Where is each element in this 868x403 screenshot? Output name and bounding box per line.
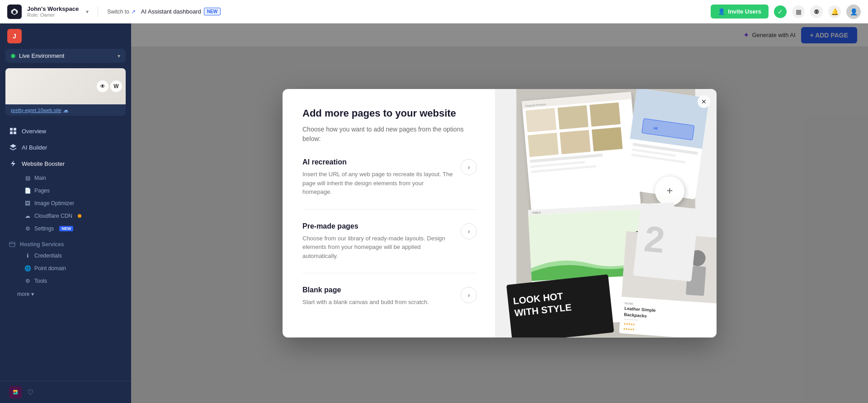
premade-arrow-button[interactable]: › xyxy=(461,223,477,239)
modal-right-panel: ✕ xyxy=(495,89,717,337)
slack-icon[interactable] xyxy=(9,386,22,398)
ai-dashboard-label[interactable]: AI Assistant dashboard NEW xyxy=(141,8,221,15)
info-icon: ℹ xyxy=(24,253,31,259)
add-pages-modal: Add more pages to your website Choose ho… xyxy=(283,89,717,337)
modal-option-blank: Blank page Start with a blank canvas and… xyxy=(302,286,477,319)
blank-page-arrow-button[interactable]: › xyxy=(461,287,477,303)
sidebar-sub-main[interactable]: ▤ Main xyxy=(17,172,131,184)
image-optimizer-label: Image Optimizer xyxy=(34,200,74,206)
sidebar-sub-image-optimizer[interactable]: 🖼 Image Optimizer xyxy=(17,197,131,210)
workspace-chevron-icon[interactable]: ▾ xyxy=(86,9,89,15)
svg-text:MORE: MORE xyxy=(625,302,634,305)
site-url[interactable]: pretty-egret.10web.site ☁ xyxy=(5,104,126,116)
modal-left-panel: Add more pages to your website Choose ho… xyxy=(283,89,495,337)
svg-rect-10 xyxy=(13,393,18,394)
sidebar-user: J xyxy=(0,23,131,49)
hosting-section-header: Hosting Services xyxy=(0,235,131,249)
booster-sub-items: ▤ Main 📄 Pages 🖼 Image Optimizer ☁ Cloud… xyxy=(0,172,131,235)
sidebar-nav: Overview AI Builder Website Booster xyxy=(0,121,131,303)
premade-desc: Choose from our library of ready-made la… xyxy=(302,234,453,261)
edit-icon[interactable]: W xyxy=(110,80,122,92)
user-avatar[interactable]: 👤 xyxy=(846,5,861,19)
switch-to: Switch to ↗ xyxy=(107,9,136,15)
svg-rect-2 xyxy=(10,128,13,131)
site-preview-card: 👁 W pretty-egret.10web.site ☁ xyxy=(5,68,126,116)
pages-label: Pages xyxy=(34,187,50,194)
svg-text:A6: A6 xyxy=(653,126,658,131)
svg-rect-15 xyxy=(525,108,557,132)
site-preview-image: 👁 W xyxy=(5,68,126,104)
sidebar-sub-settings[interactable]: ⚙ Settings NEW xyxy=(17,222,131,235)
cloud-icon: ☁ xyxy=(63,107,68,113)
layout-icon: ▤ xyxy=(24,175,31,181)
svg-rect-26 xyxy=(630,89,709,149)
blank-page-heading: Blank page xyxy=(302,286,429,294)
modal-overlay[interactable]: Add more pages to your website Choose ho… xyxy=(131,23,868,403)
svg-rect-17 xyxy=(590,103,621,127)
svg-text:+: + xyxy=(666,184,673,197)
tools-icon: ⚙ xyxy=(24,278,31,284)
sidebar-more[interactable]: more ▾ xyxy=(0,287,131,301)
sidebar-avatar: J xyxy=(7,29,22,43)
env-label: Live Environment xyxy=(19,52,114,59)
sidebar-sub-cloudflare[interactable]: ☁ Cloudflare CDN xyxy=(17,210,131,222)
bolt-icon xyxy=(9,159,17,168)
sidebar-item-ai-builder[interactable]: AI Builder xyxy=(0,139,131,155)
main-label: Main xyxy=(34,175,46,181)
svg-rect-6 xyxy=(9,242,15,247)
content-area: ✦ Generate with AI + ADD PAGE Add more p… xyxy=(131,23,868,403)
svg-rect-20 xyxy=(592,127,623,152)
sidebar-sub-credentials[interactable]: ℹ Credentials xyxy=(17,249,131,262)
layers-icon xyxy=(9,143,17,151)
premade-heading: Pre-made pages xyxy=(302,222,453,230)
globe-icon: 🌐 xyxy=(24,265,31,272)
more-chevron-icon: ▾ xyxy=(31,291,34,297)
modal-subtitle: Choose how you want to add new pages fro… xyxy=(302,125,477,144)
modal-title: Add more pages to your website xyxy=(302,107,477,120)
ai-recreation-heading: AI recreation xyxy=(302,158,453,166)
main-layout: J Live Environment ▾ 👁 W pretty-egret.10… xyxy=(0,23,868,403)
hosting-sub-items: ℹ Credentials 🌐 Point domain ⚙ Tools xyxy=(0,249,131,287)
settings-label: Settings xyxy=(34,225,54,232)
sidebar-item-website-booster[interactable]: Website Booster xyxy=(0,155,131,172)
more-label: more xyxy=(17,291,29,297)
people-icon[interactable]: ⚉ xyxy=(810,5,823,18)
modal-option-ai-recreation: AI recreation Insert the URL of any web … xyxy=(302,158,477,210)
badge-new: NEW xyxy=(204,8,221,15)
ai-recreation-desc: Insert the URL of any web page to recrea… xyxy=(302,170,453,197)
app-logo xyxy=(7,5,22,19)
sidebar-sub-tools[interactable]: ⚙ Tools xyxy=(17,275,131,287)
bell-icon[interactable]: 🔔 xyxy=(828,5,841,18)
ai-builder-label: AI Builder xyxy=(22,144,47,151)
env-selector[interactable]: Live Environment ▾ xyxy=(5,49,126,63)
sidebar-sub-point-domain[interactable]: 🌐 Point domain xyxy=(17,262,131,275)
topbar-divider xyxy=(98,6,98,17)
svg-rect-18 xyxy=(528,133,559,157)
sidebar: J Live Environment ▾ 👁 W pretty-egret.10… xyxy=(0,23,131,403)
hosting-services-label: Hosting Services xyxy=(20,241,64,248)
heart-icon: ♡ xyxy=(27,388,33,397)
eye-icon[interactable]: 👁 xyxy=(97,80,108,92)
blank-page-desc: Start with a blank canvas and build from… xyxy=(302,298,429,307)
svg-rect-3 xyxy=(14,128,16,131)
svg-text:PABLO: PABLO xyxy=(533,211,541,215)
ai-recreation-arrow-button[interactable]: › xyxy=(461,159,477,175)
check-icon[interactable]: ✓ xyxy=(774,5,787,18)
topbar-actions: 👤 Invite Users ✓ ▦ ⚉ 🔔 👤 xyxy=(711,5,861,19)
grid-icon xyxy=(9,127,17,135)
cloudflare-label: Cloudflare CDN xyxy=(34,213,72,219)
svg-rect-19 xyxy=(560,130,591,155)
sidebar-sub-pages[interactable]: 📄 Pages xyxy=(17,184,131,197)
svg-rect-4 xyxy=(10,131,13,134)
point-domain-label: Point domain xyxy=(34,265,66,272)
invite-users-button[interactable]: 👤 Invite Users xyxy=(711,5,769,19)
sidebar-item-overview[interactable]: Overview xyxy=(0,123,131,139)
settings-new-badge: NEW xyxy=(59,226,73,231)
website-booster-label: Website Booster xyxy=(22,160,65,167)
env-dot xyxy=(11,54,15,58)
chart-icon[interactable]: ▦ xyxy=(792,5,805,18)
cloudflare-badge xyxy=(78,214,81,218)
cloud-sub-icon: ☁ xyxy=(24,213,31,219)
svg-rect-59 xyxy=(633,203,699,282)
preview-mosaic-svg: Featured Products A6 xyxy=(495,89,717,337)
